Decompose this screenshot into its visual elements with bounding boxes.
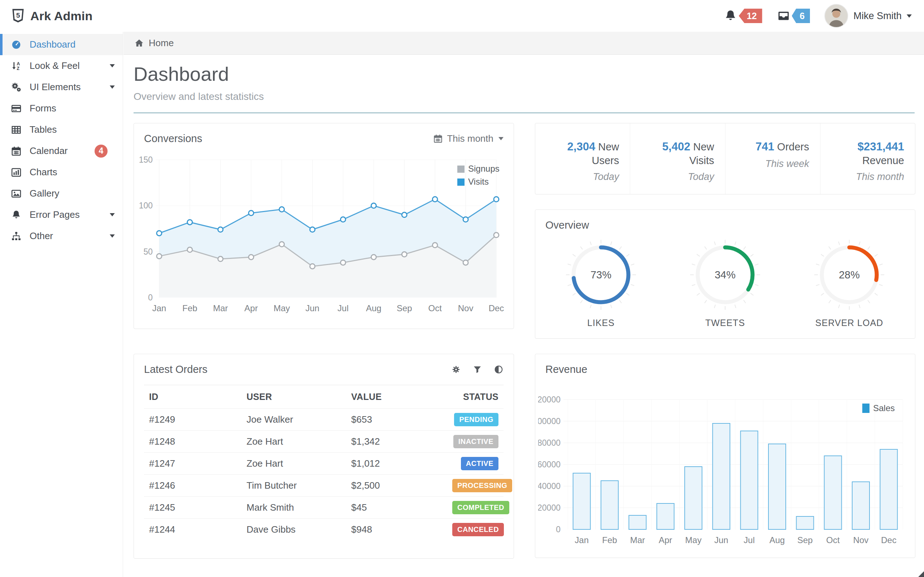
gauge-tweets: 34%TWEETS bbox=[671, 237, 779, 328]
overview-panel: Overview 73%LIKES34%TWEETS28%SERVER LOAD bbox=[535, 210, 915, 338]
svg-text:0: 0 bbox=[556, 525, 561, 534]
order-value: $45 bbox=[351, 502, 452, 513]
orders-table: IDUSERVALUESTATUS#1249Joe Walker$653PEND… bbox=[144, 385, 504, 540]
svg-text:Jun: Jun bbox=[714, 535, 729, 545]
panels-grid: Conversions Th bbox=[134, 123, 914, 559]
svg-text:May: May bbox=[685, 535, 701, 545]
svg-text:Nov: Nov bbox=[458, 303, 473, 313]
sidebar-item-label: Calendar bbox=[30, 145, 68, 156]
svg-text:34%: 34% bbox=[715, 269, 736, 280]
stat-value: 2,304 bbox=[567, 140, 596, 153]
chevron-down-icon bbox=[110, 85, 115, 89]
order-value: $2,500 bbox=[351, 480, 452, 491]
svg-text:0: 0 bbox=[148, 293, 153, 302]
svg-text:Dec: Dec bbox=[489, 303, 504, 313]
table-row: #1244Dave Gibbs$948CANCELED bbox=[144, 518, 504, 540]
sidebar-item-label: Error Pages bbox=[30, 209, 80, 220]
sidebar-item-charts[interactable]: Charts bbox=[0, 161, 123, 183]
sidebar-item-gallery[interactable]: Gallery bbox=[0, 183, 123, 204]
sidebar-item-forms[interactable]: Forms bbox=[0, 98, 123, 119]
page-header: Dashboard Overview and latest statistics bbox=[134, 63, 914, 113]
sidebar-item-tables[interactable]: Tables bbox=[0, 119, 123, 140]
sidebar-badge: 4 bbox=[95, 145, 108, 158]
svg-text:Jan: Jan bbox=[152, 303, 166, 313]
sidebar-item-label: Dashboard bbox=[30, 39, 76, 50]
overview-title: Overview bbox=[545, 219, 589, 231]
order-user: Zoe Hart bbox=[247, 436, 351, 447]
stat-value: $231,441 bbox=[858, 140, 904, 153]
gauge-server-load: 28%SERVER LOAD bbox=[795, 237, 903, 328]
messages-button[interactable]: 6 bbox=[777, 9, 810, 23]
breadcrumb-home-link[interactable]: Home bbox=[149, 37, 174, 49]
order-id: #1245 bbox=[149, 502, 247, 513]
contrast-icon[interactable] bbox=[494, 364, 504, 374]
stat-label: Revenue bbox=[831, 154, 904, 167]
table-icon bbox=[11, 124, 22, 135]
sidebar-item-other[interactable]: Other bbox=[0, 226, 123, 247]
sidebar-item-label: Forms bbox=[30, 103, 56, 114]
order-user: Zoe Hart bbox=[247, 458, 351, 469]
svg-text:May: May bbox=[274, 303, 290, 313]
table-row: #1245Mark Smith$45COMPLETED bbox=[144, 496, 504, 518]
calendar-icon bbox=[433, 134, 443, 143]
main-content: Home Dashboard Overview and latest stati… bbox=[123, 32, 924, 577]
page-subtitle: Overview and latest statistics bbox=[134, 91, 914, 102]
order-id: #1249 bbox=[149, 414, 247, 425]
overview-panel-head: Overview bbox=[535, 210, 915, 231]
svg-text:Oct: Oct bbox=[826, 535, 840, 545]
svg-text:Z: Z bbox=[16, 66, 19, 71]
orders-table-header: IDUSERVALUESTATUS bbox=[144, 385, 504, 408]
svg-text:Dec: Dec bbox=[881, 535, 897, 545]
gauge-likes: 73%LIKES bbox=[547, 237, 655, 328]
conversions-chart: 050100150JanFebMarAprMayJunJulAugSepOctN… bbox=[134, 145, 514, 318]
gear-icon[interactable] bbox=[451, 364, 461, 374]
revenue-title: Revenue bbox=[545, 364, 587, 376]
brand[interactable]: 5 Ark Admin bbox=[11, 8, 92, 24]
content: Dashboard Overview and latest statistics… bbox=[123, 63, 924, 559]
sidebar-item-calendar[interactable]: Calendar4 bbox=[0, 140, 123, 161]
order-value: $653 bbox=[351, 414, 452, 425]
chevron-down-icon bbox=[110, 213, 115, 216]
svg-text:5: 5 bbox=[16, 12, 20, 19]
date-range-dropdown[interactable]: This month bbox=[433, 133, 504, 144]
credit-card-icon bbox=[11, 103, 22, 114]
image-icon bbox=[11, 188, 22, 199]
chevron-down-icon bbox=[498, 137, 504, 140]
svg-text:A: A bbox=[16, 61, 20, 66]
sidebar-item-label: Charts bbox=[30, 167, 57, 178]
order-id: #1247 bbox=[149, 458, 247, 469]
order-value: $948 bbox=[351, 524, 452, 535]
brand-name: Ark Admin bbox=[30, 9, 92, 23]
order-value: $1,012 bbox=[351, 458, 452, 469]
sidebar-item-label: Look & Feel bbox=[30, 60, 80, 71]
column-header-status: STATUS bbox=[452, 392, 498, 402]
svg-text:50: 50 bbox=[143, 247, 153, 256]
bar-chart-icon bbox=[11, 167, 22, 178]
latest-orders-panel: Latest Orders bbox=[134, 354, 514, 559]
notifications-button[interactable]: 12 bbox=[724, 9, 762, 23]
svg-text:Oct: Oct bbox=[428, 303, 442, 313]
svg-text:Mar: Mar bbox=[630, 535, 645, 545]
stat-period: This month bbox=[831, 171, 904, 182]
filter-icon[interactable] bbox=[472, 364, 482, 374]
status-badge: ACTIVE bbox=[461, 457, 498, 470]
orders-toolbar bbox=[451, 364, 504, 374]
gauge-label: SERVER LOAD bbox=[795, 318, 903, 328]
svg-text:Feb: Feb bbox=[182, 303, 197, 313]
user-menu[interactable]: Mike Smith bbox=[824, 4, 912, 28]
sidebar-item-look-feel[interactable]: AZLook & Feel bbox=[0, 55, 123, 76]
sidebar-item-ui-elements[interactable]: UI Elements bbox=[0, 76, 123, 98]
gauge-label: TWEETS bbox=[671, 318, 779, 328]
calendar-icon bbox=[11, 146, 22, 156]
sidebar-item-dashboard[interactable]: Dashboard bbox=[0, 34, 123, 55]
svg-text:Jul: Jul bbox=[743, 535, 755, 545]
column-header-user: USER bbox=[247, 392, 351, 402]
avatar bbox=[824, 4, 848, 28]
stat-period: Today bbox=[546, 171, 619, 182]
svg-text:150: 150 bbox=[139, 155, 153, 164]
scroll-corner-grip[interactable] bbox=[918, 571, 924, 577]
order-value: $1,342 bbox=[351, 436, 452, 447]
svg-text:100: 100 bbox=[139, 201, 153, 210]
sidebar-item-error-pages[interactable]: Error Pages bbox=[0, 204, 123, 226]
conversions-panel-head: Conversions Th bbox=[134, 123, 514, 145]
